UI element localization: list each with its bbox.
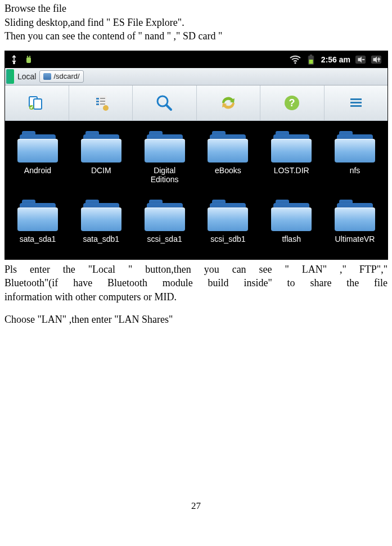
svg-rect-18 (100, 98, 105, 99)
folder-icon (271, 200, 312, 231)
svg-rect-15 (96, 98, 99, 100)
help-icon: ? (282, 93, 302, 113)
folder-icon (17, 131, 58, 163)
folder-item[interactable]: sata_sdb1 (71, 200, 132, 243)
tool-help[interactable]: ? (260, 85, 325, 120)
vol-up-icon[interactable] (371, 54, 382, 65)
folder-label: tflash (282, 234, 300, 243)
folder-icon (208, 131, 248, 163)
svg-rect-1 (26, 57, 31, 63)
svg-rect-27 (350, 105, 362, 107)
vol-down-icon[interactable] (355, 54, 366, 65)
path-text: /sdcard/ (53, 72, 79, 80)
refresh-icon (218, 93, 238, 113)
svg-point-3 (29, 56, 30, 57)
folder-item[interactable]: DCIM (71, 131, 132, 184)
tool-view[interactable] (69, 85, 133, 120)
path-indicator (6, 69, 14, 84)
screenshot: 2:56 am Local /sdcard/ (4, 51, 388, 260)
folder-label: LOST.DIR (274, 166, 309, 175)
multiselect-icon (26, 93, 47, 113)
svg-rect-20 (100, 103, 105, 105)
folder-icon (271, 131, 312, 163)
folder-icon (145, 200, 185, 231)
scope-button[interactable]: Local (15, 72, 39, 81)
folder-grid: Android DCIM Digital Editions eBooks LOS… (5, 121, 388, 259)
svg-rect-17 (96, 103, 99, 105)
svg-point-21 (103, 105, 109, 111)
clock: 2:56 am (321, 55, 350, 64)
intro-line: Then you can see the contend of " nand "… (4, 30, 388, 43)
folder-item[interactable]: UltimateVR (325, 200, 385, 243)
sdcard-icon (43, 73, 51, 80)
folder-item[interactable]: sata_sda1 (7, 200, 68, 243)
folder-item[interactable]: tflash (261, 200, 322, 243)
debug-icon (23, 54, 34, 65)
after-line: information with other computers or MID. (4, 291, 388, 304)
svg-point-2 (27, 56, 28, 57)
intro-line: Sliding desktop,and find " ES File Explo… (4, 16, 388, 29)
folder-label: scsi_sdb1 (210, 234, 245, 243)
tool-search[interactable] (133, 85, 197, 120)
svg-rect-26 (350, 102, 362, 103)
folder-label: nfs (350, 166, 361, 175)
folder-icon (81, 200, 121, 231)
folder-label: UltimateVR (335, 234, 375, 243)
folder-item[interactable]: eBooks (197, 131, 258, 184)
folder-item[interactable]: nfs (325, 131, 385, 184)
tool-multiselect[interactable] (5, 85, 69, 120)
path-bar: Local /sdcard/ (5, 68, 388, 85)
tool-refresh[interactable] (197, 85, 261, 120)
intro-text: Browse the file Sliding desktop,and find… (4, 2, 388, 43)
svg-rect-16 (96, 101, 99, 102)
folder-label: sata_sda1 (20, 234, 56, 243)
folder-icon (335, 131, 375, 163)
page-number: 27 (4, 500, 388, 512)
intro-line: Browse the file (4, 2, 388, 15)
svg-rect-12 (34, 99, 42, 109)
svg-point-0 (13, 62, 15, 64)
path-chip[interactable]: /sdcard/ (39, 70, 83, 83)
after-line: Pls enter the "Local " button,then you c… (4, 263, 388, 276)
wifi-icon (290, 54, 301, 65)
usb-icon (8, 54, 20, 65)
folder-label: eBooks (215, 166, 241, 175)
folder-icon (208, 200, 248, 231)
folder-label: sata_sdb1 (83, 234, 119, 243)
svg-point-4 (294, 62, 296, 64)
folder-label: DCIM (91, 166, 111, 175)
folder-item[interactable]: Digital Editions (134, 131, 195, 184)
after-text: Pls enter the "Local " button,then you c… (4, 263, 388, 326)
svg-rect-19 (100, 101, 105, 102)
folder-item[interactable]: scsi_sda1 (134, 200, 195, 243)
folder-label: scsi_sda1 (147, 234, 182, 243)
toolbar: ? (5, 85, 388, 121)
after-line: Bluetooth"(if have Bluetooth module buil… (4, 277, 388, 290)
folder-item[interactable]: scsi_sdb1 (197, 200, 258, 243)
menu-icon (346, 93, 366, 113)
folder-label: Android (24, 166, 51, 175)
view-icon (91, 93, 111, 113)
folder-icon (335, 200, 375, 231)
svg-rect-6 (310, 55, 312, 56)
after-line: Choose "LAN" ,then enter "LAN Shares" (4, 313, 388, 326)
tool-menu[interactable] (325, 85, 388, 120)
folder-item[interactable]: Android (7, 131, 68, 184)
folder-item[interactable]: LOST.DIR (261, 131, 322, 184)
folder-label: Digital Editions (151, 166, 179, 184)
folder-icon (17, 200, 58, 231)
search-icon (154, 93, 174, 113)
status-bar: 2:56 am (5, 51, 388, 68)
svg-text:?: ? (289, 97, 295, 109)
battery-icon (305, 54, 317, 65)
svg-rect-7 (309, 60, 313, 64)
svg-rect-25 (350, 98, 362, 100)
folder-icon (81, 131, 121, 163)
folder-icon (145, 131, 185, 163)
svg-rect-9 (362, 59, 365, 60)
